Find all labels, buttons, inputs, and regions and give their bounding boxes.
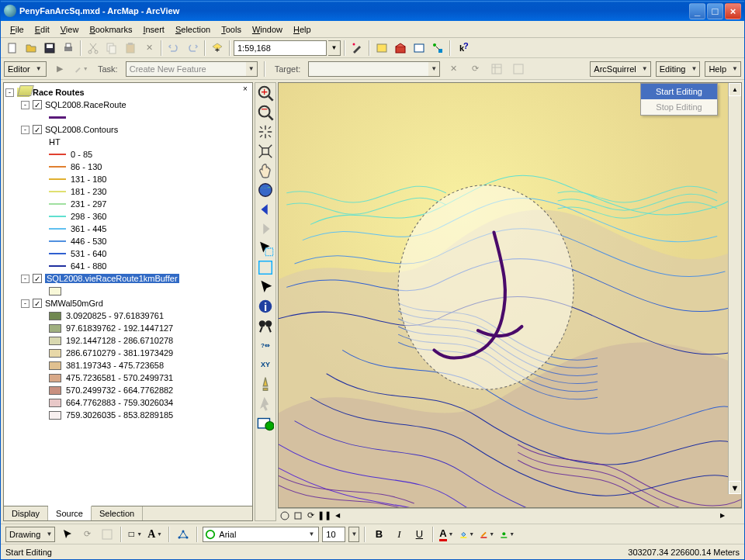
- menu-file[interactable]: File: [5, 23, 29, 36]
- checkbox[interactable]: ✓: [33, 125, 42, 134]
- zoom-in-button[interactable]: +: [257, 85, 274, 102]
- menu-selection[interactable]: Selection: [171, 23, 215, 36]
- scale-input[interactable]: 1:59,168: [234, 40, 327, 56]
- command-line-button[interactable]: [411, 40, 428, 57]
- checkbox[interactable]: ✓: [33, 274, 42, 283]
- edit-vertices-button[interactable]: [175, 526, 192, 543]
- expand-icon[interactable]: -: [21, 299, 29, 308]
- menu-bookmarks[interactable]: Bookmarks: [85, 23, 137, 36]
- toc-tree[interactable]: - Race Routes - ✓ SQL2008.RaceRoute - ✓ …: [4, 83, 252, 506]
- full-extent-button[interactable]: [257, 181, 274, 199]
- save-button[interactable]: [41, 40, 58, 57]
- undo-button[interactable]: [165, 40, 182, 57]
- tab-source[interactable]: Source: [48, 506, 92, 520]
- marker-color-button[interactable]: ▼: [499, 526, 516, 543]
- new-rectangle-button[interactable]: ▼: [126, 526, 144, 543]
- open-button[interactable]: [23, 40, 40, 57]
- tree-layer-raceroute[interactable]: - ✓ SQL2008.RaceRoute: [5, 99, 251, 111]
- task-combo[interactable]: Create New Feature ▼: [126, 61, 258, 77]
- scroll-up-button[interactable]: ▲: [729, 83, 741, 96]
- menu-start-editing[interactable]: Start Editing: [641, 84, 717, 99]
- tab-display[interactable]: Display: [4, 506, 48, 520]
- expand-icon[interactable]: -: [21, 126, 29, 134]
- data-view-button[interactable]: [278, 509, 291, 522]
- close-button[interactable]: ×: [725, 3, 741, 19]
- attributes-button[interactable]: [488, 60, 505, 78]
- maximize-button[interactable]: □: [707, 3, 723, 19]
- font-color-button[interactable]: A▼: [438, 526, 456, 543]
- menu-insert[interactable]: Insert: [138, 23, 169, 36]
- checkbox[interactable]: ✓: [33, 100, 42, 109]
- print-button[interactable]: [60, 40, 77, 57]
- checkbox[interactable]: ✓: [33, 299, 42, 308]
- help-menu[interactable]: Help ▼: [705, 61, 741, 77]
- fixed-zoom-in-button[interactable]: [257, 123, 274, 140]
- new-button[interactable]: [4, 40, 21, 57]
- underline-button[interactable]: U: [411, 526, 428, 543]
- copy-button[interactable]: [103, 40, 120, 57]
- expand-icon[interactable]: -: [21, 101, 29, 109]
- fixed-zoom-out-button[interactable]: [257, 143, 274, 160]
- new-text-button[interactable]: A▼: [147, 526, 164, 543]
- menu-tools[interactable]: Tools: [217, 23, 246, 36]
- bold-button[interactable]: B: [370, 526, 387, 543]
- pause-button[interactable]: ❚❚: [317, 509, 331, 522]
- scrollbar-vertical[interactable]: ▲ ▼: [728, 83, 741, 494]
- line-color-button[interactable]: ▼: [479, 526, 496, 543]
- clear-selection-button[interactable]: [257, 259, 274, 276]
- arctoolbox-button[interactable]: [392, 40, 409, 57]
- paste-button[interactable]: [122, 40, 139, 57]
- select-elements-button[interactable]: [58, 526, 75, 543]
- toc-close-button[interactable]: ×: [240, 85, 251, 95]
- arccatalog-button[interactable]: [373, 40, 390, 57]
- scrollbar-horizontal[interactable]: [344, 509, 716, 521]
- hyperlink-button[interactable]: [257, 375, 274, 392]
- expand-icon[interactable]: -: [5, 88, 14, 97]
- edit-tool-button[interactable]: ▶: [51, 60, 68, 78]
- scroll-left-button[interactable]: ◀: [331, 509, 344, 522]
- fill-color-button[interactable]: ▼: [459, 526, 476, 543]
- editing-menu[interactable]: Editing ▼: [656, 61, 701, 77]
- cut-button[interactable]: [85, 40, 102, 57]
- tab-selection[interactable]: Selection: [92, 506, 143, 520]
- refresh-button[interactable]: ⟳: [304, 509, 317, 522]
- arcsquirrel-menu[interactable]: ArcSquirrel ▼: [590, 61, 650, 77]
- redo-button[interactable]: [184, 40, 201, 57]
- help-button[interactable]: k?: [454, 40, 471, 57]
- menu-edit[interactable]: Edit: [30, 23, 54, 36]
- editor-dropdown[interactable]: Editor ▼: [4, 61, 47, 77]
- tree-layer-grd[interactable]: - ✓ SMWal50mGrd: [5, 297, 251, 309]
- scroll-down-button[interactable]: ▼: [729, 481, 741, 494]
- select-features-button[interactable]: [257, 240, 274, 257]
- font-combo[interactable]: Arial ▼: [203, 527, 319, 542]
- menu-window[interactable]: Window: [248, 23, 287, 36]
- tree-layer-buffer[interactable]: - ✓ SQL2008.vieRaceRoute1kmBuffer: [5, 272, 251, 285]
- target-combo[interactable]: ▼: [308, 61, 440, 77]
- drawing-dropdown[interactable]: Drawing ▼: [5, 527, 55, 542]
- expand-icon[interactable]: -: [21, 275, 29, 283]
- find-button[interactable]: [257, 317, 274, 334]
- delete-button[interactable]: ✕: [140, 40, 158, 57]
- sketch-props-button[interactable]: [510, 60, 527, 78]
- scroll-right-button[interactable]: ▶: [716, 509, 729, 522]
- identify-button[interactable]: i: [257, 298, 274, 315]
- editor-toolbar-button[interactable]: [348, 40, 366, 57]
- split-button[interactable]: ✕: [445, 60, 462, 78]
- zoom-out-button[interactable]: −: [257, 104, 274, 121]
- forward-button[interactable]: [257, 220, 274, 237]
- pan-button[interactable]: [257, 162, 274, 179]
- tree-layer-contours[interactable]: - ✓ SQL2008.Contours: [5, 123, 251, 136]
- zoom-to-elements-button[interactable]: [99, 526, 116, 543]
- rotate-button[interactable]: ⟳: [78, 526, 95, 543]
- italic-button[interactable]: I: [390, 526, 407, 543]
- minimize-button[interactable]: _: [689, 3, 705, 19]
- time-slider-button[interactable]: [257, 414, 274, 431]
- menu-help[interactable]: Help: [289, 23, 316, 36]
- tree-root[interactable]: - Race Routes: [5, 86, 251, 99]
- back-button[interactable]: [257, 201, 274, 218]
- layout-view-button[interactable]: [291, 509, 304, 522]
- model-builder-button[interactable]: [429, 40, 446, 57]
- select-elements-button[interactable]: [257, 278, 274, 296]
- measure-button[interactable]: ?⇔: [257, 337, 274, 354]
- map-view[interactable]: Start Editing Stop Editing ▲ ▼: [278, 82, 742, 508]
